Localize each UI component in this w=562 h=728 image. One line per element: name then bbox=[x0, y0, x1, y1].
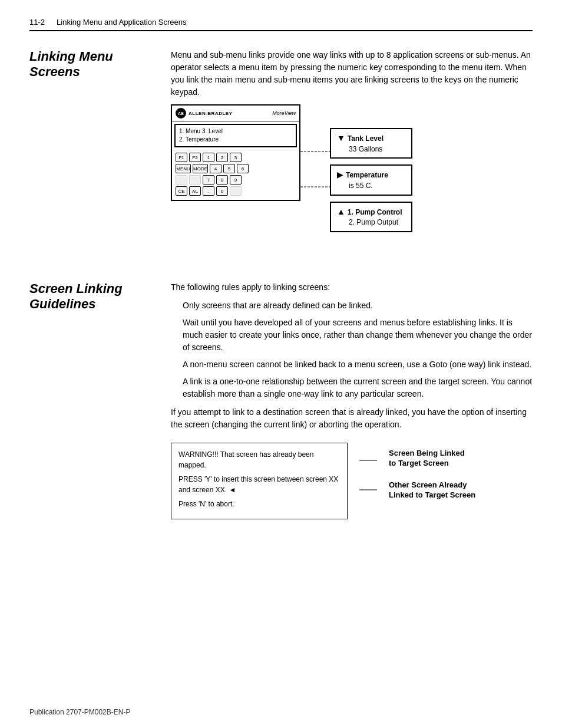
device-keypad: F1 F2 1 2 3 MENU MODE 4 5 6 bbox=[172, 150, 299, 200]
product-label: MoreView bbox=[272, 110, 296, 116]
key-mode[interactable]: MODE bbox=[193, 164, 208, 173]
guideline-4: A link is a one-to-one relationship betw… bbox=[183, 375, 533, 400]
callout-boxes: ▼Tank Level 33 Gallons ▶Temperature is 5… bbox=[330, 128, 412, 235]
keypad-row-2: MENU MODE 4 5 6 bbox=[176, 164, 296, 173]
keypad-row-1: F1 F2 1 2 3 bbox=[176, 153, 296, 162]
guidelines-list: Only screens that are already defined ca… bbox=[171, 299, 533, 400]
guideline-3: A non-menu screen cannot be linked back … bbox=[183, 358, 533, 371]
key-3[interactable]: 3 bbox=[230, 153, 242, 162]
key-7[interactable]: 7 bbox=[203, 175, 214, 185]
key-dot[interactable]: . bbox=[203, 186, 214, 196]
key-al[interactable]: AL bbox=[189, 186, 201, 196]
section2-heading-container: Screen Linking Guidelines bbox=[29, 281, 159, 519]
key-f2[interactable]: F2 bbox=[189, 153, 201, 162]
key-2[interactable]: 2 bbox=[216, 153, 228, 162]
warning-line1: WARNING!!! That screen has already been … bbox=[178, 449, 340, 470]
callout-tank-level: ▼Tank Level 33 Gallons bbox=[330, 128, 412, 159]
key-8[interactable]: 8 bbox=[216, 175, 228, 185]
key-ce[interactable]: CE bbox=[176, 186, 187, 196]
diagram1: AB ALLEN-BRADLEY MoreView 1. Menu 3. Lev… bbox=[171, 104, 533, 258]
guidelines-section: Screen Linking Guidelines The following … bbox=[29, 281, 533, 519]
tank-level-line1: Tank Level bbox=[348, 134, 384, 143]
section1-heading: Linking Menu Screens bbox=[29, 49, 159, 80]
section1-heading-container: Linking Menu Screens bbox=[29, 49, 159, 258]
keypad-row-4: CE AL . 0 bbox=[176, 186, 296, 196]
warning-diagram: WARNING!!! That screen has already been … bbox=[171, 443, 533, 519]
header-title: Linking Menu and Application Screens bbox=[57, 18, 186, 27]
key-6[interactable]: 6 bbox=[237, 164, 249, 173]
section2-content: The following rules apply to linking scr… bbox=[171, 281, 533, 519]
section1-body: Menu and sub-menu links provide one way … bbox=[171, 49, 533, 98]
arrow-tank: ▼ bbox=[337, 133, 345, 144]
key-9[interactable]: 9 bbox=[230, 175, 242, 185]
key-empty2 bbox=[189, 175, 201, 185]
callout-pump: ▲1. Pump Control 2. Pump Output bbox=[330, 202, 412, 232]
brand-name: ALLEN-BRADLEY bbox=[189, 111, 233, 116]
key-f1[interactable]: F1 bbox=[176, 153, 187, 162]
key-5[interactable]: 5 bbox=[223, 164, 235, 173]
section1-content: Menu and sub-menu links provide one way … bbox=[171, 49, 533, 258]
page-footer: Publication 2707-PM002B-EN-P bbox=[29, 708, 130, 716]
warning-label-2: Other Screen AlreadyLinked to Target Scr… bbox=[389, 480, 475, 500]
warning-line3: Press 'N' to abort. bbox=[178, 499, 340, 509]
device-logo: AB ALLEN-BRADLEY bbox=[176, 108, 233, 118]
arrow-temp: ▶ bbox=[337, 169, 343, 181]
guidelines-paragraph-after: If you attempt to link to a destination … bbox=[171, 406, 533, 431]
key-empty3 bbox=[230, 186, 242, 196]
device-mockup: AB ALLEN-BRADLEY MoreView 1. Menu 3. Lev… bbox=[171, 104, 300, 201]
screen-line1: 1. Menu 3. Level bbox=[179, 127, 292, 136]
warning-label-2-text: Other Screen AlreadyLinked to Target Scr… bbox=[389, 480, 475, 499]
ab-logo-icon: AB bbox=[176, 108, 186, 118]
linking-menu-section: Linking Menu Screens Menu and sub-menu l… bbox=[29, 49, 533, 258]
key-4[interactable]: 4 bbox=[210, 164, 222, 173]
warning-label-1: Screen Being Linkedto Target Screen bbox=[389, 449, 475, 469]
device-header: AB ALLEN-BRADLEY MoreView bbox=[172, 106, 299, 121]
publication-text: Publication 2707-PM002B-EN-P bbox=[29, 708, 130, 716]
arrow-pump: ▲ bbox=[337, 206, 345, 218]
warning-label-1-text: Screen Being Linkedto Target Screen bbox=[389, 449, 465, 467]
screen-line2: 2. Temperature bbox=[179, 136, 292, 144]
callout-temperature: ▶Temperature is 55 C. bbox=[330, 164, 412, 195]
key-menu[interactable]: MENU bbox=[176, 164, 191, 173]
key-empty1 bbox=[176, 175, 187, 185]
screen-box: 1. Menu 3. Level 2. Temperature bbox=[174, 124, 297, 147]
connector-svg bbox=[300, 140, 330, 258]
device-screen: 1. Menu 3. Level 2. Temperature bbox=[172, 121, 299, 150]
key-1[interactable]: 1 bbox=[203, 153, 214, 162]
warning-line2: PRESS 'Y' to insert this screen between … bbox=[178, 474, 340, 495]
guideline-2: Wait until you have developed all of you… bbox=[183, 317, 533, 354]
pump-line2: 2. Pump Output bbox=[337, 218, 398, 226]
pump-line1: 1. Pump Control bbox=[348, 208, 402, 216]
keypad-row-3: 7 8 9 bbox=[176, 175, 296, 185]
warning-box: WARNING!!! That screen has already been … bbox=[171, 443, 348, 519]
temp-line1: Temperature bbox=[346, 171, 388, 179]
section2-heading: Screen Linking Guidelines bbox=[29, 281, 159, 312]
section-number: 11-2 bbox=[29, 18, 45, 27]
guidelines-intro: The following rules apply to linking scr… bbox=[171, 281, 533, 294]
warning-labels: Screen Being Linkedto Target Screen Othe… bbox=[389, 443, 475, 500]
warning-connector-svg bbox=[359, 449, 377, 508]
page-header: 11-2 Linking Menu and Application Screen… bbox=[29, 18, 533, 31]
key-0[interactable]: 0 bbox=[216, 186, 228, 196]
tank-level-line2: 33 Gallons bbox=[337, 145, 382, 153]
guideline-1: Only screens that are already defined ca… bbox=[183, 299, 533, 312]
temp-line2: is 55 C. bbox=[337, 182, 373, 190]
